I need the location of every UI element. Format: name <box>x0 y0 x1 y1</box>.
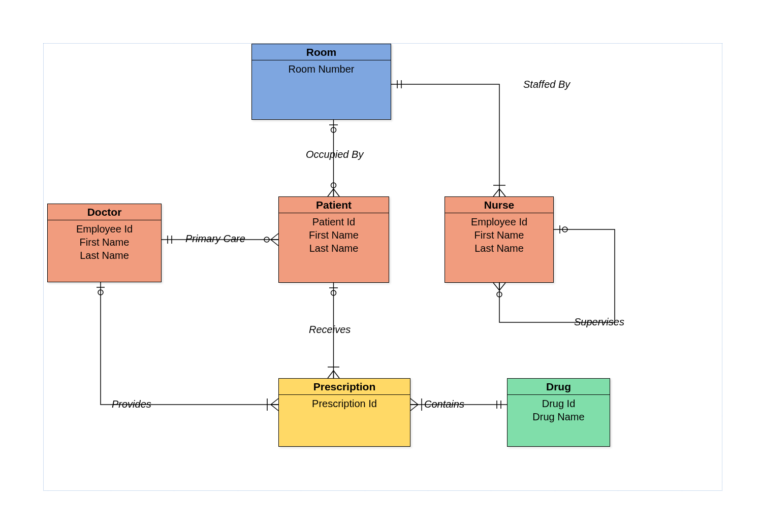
rel-label-supervises: Supervises <box>574 316 624 328</box>
attr: Room Number <box>252 62 391 76</box>
entity-room-title: Room <box>252 44 391 60</box>
entity-prescription-title: Prescription <box>279 379 410 395</box>
attr: Last Name <box>48 249 161 262</box>
entity-patient-attrs: Patient Id First Name Last Name <box>279 213 389 258</box>
rel-label-provides: Provides <box>112 398 151 410</box>
entity-patient-title: Patient <box>279 197 389 213</box>
rel-label-receives: Receives <box>309 324 351 336</box>
entity-drug-attrs: Drug Id Drug Name <box>508 395 610 426</box>
attr: Employee Id <box>445 215 553 228</box>
attr: Employee Id <box>48 222 161 236</box>
rel-label-primary-care: Primary Care <box>185 233 245 245</box>
attr: Last Name <box>279 242 389 255</box>
entity-doctor-title: Doctor <box>48 204 161 220</box>
entity-drug-title: Drug <box>508 379 610 395</box>
attr: First Name <box>279 228 389 242</box>
entity-doctor[interactable]: Doctor Employee Id First Name Last Name <box>47 204 162 282</box>
attr: Patient Id <box>279 215 389 228</box>
entity-room[interactable]: Room Room Number <box>251 44 391 120</box>
entity-prescription[interactable]: Prescription Prescription Id <box>278 378 410 447</box>
entity-nurse-attrs: Employee Id First Name Last Name <box>445 213 553 258</box>
entity-patient[interactable]: Patient Patient Id First Name Last Name <box>278 196 389 283</box>
entity-prescription-attrs: Prescription Id <box>279 395 410 413</box>
rel-label-staffed-by: Staffed By <box>523 79 570 90</box>
attr: First Name <box>445 228 553 242</box>
attr: Prescription Id <box>279 397 410 410</box>
rel-label-contains: Contains <box>424 398 464 410</box>
attr: Drug Name <box>508 410 610 423</box>
entity-doctor-attrs: Employee Id First Name Last Name <box>48 220 161 265</box>
rel-label-occupied-by: Occupied By <box>306 149 363 160</box>
attr: Drug Id <box>508 397 610 410</box>
entity-room-attrs: Room Number <box>252 60 391 79</box>
attr: First Name <box>48 236 161 249</box>
entity-nurse-title: Nurse <box>445 197 553 213</box>
entity-nurse[interactable]: Nurse Employee Id First Name Last Name <box>445 196 554 283</box>
entity-drug[interactable]: Drug Drug Id Drug Name <box>507 378 610 447</box>
attr: Last Name <box>445 242 553 255</box>
